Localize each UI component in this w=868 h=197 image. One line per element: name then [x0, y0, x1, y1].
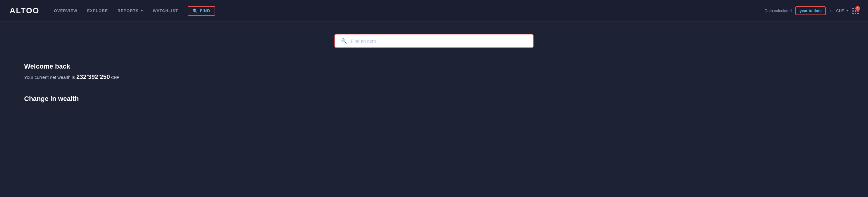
notification-badge: 1 — [855, 6, 860, 11]
nav-item-overview[interactable]: OVERVIEW — [54, 8, 78, 13]
nav-item-explore[interactable]: EXPLORE — [87, 8, 108, 13]
currency-chevron-icon — [846, 10, 849, 11]
change-in-wealth-title: Change in wealth — [24, 95, 844, 103]
welcome-title: Welcome back — [24, 62, 844, 71]
net-wealth-text: Your current net wealth is 232’392’250CH… — [24, 74, 844, 80]
currency-label: CHF — [836, 8, 844, 13]
data-calculated-label: Data calculated — [765, 8, 792, 13]
main-content: 🔍 Welcome back Your current net wealth i… — [0, 22, 868, 115]
search-icon-nav: 🔍 — [192, 8, 198, 13]
navbar: ALTOO OVERVIEW EXPLORE REPORTS WATCHLIST… — [0, 0, 868, 22]
search-container: 🔍 — [24, 34, 844, 48]
chevron-down-icon — [141, 10, 143, 11]
nav-item-watchlist[interactable]: WATCHLIST — [153, 8, 178, 13]
search-box: 🔍 — [334, 34, 534, 48]
nav-item-reports[interactable]: REPORTS — [118, 8, 143, 13]
currency-selector[interactable]: CHF — [836, 8, 849, 13]
year-to-date-badge[interactable]: year to date — [795, 6, 826, 15]
net-wealth-amount: 232’392’250 — [76, 74, 110, 80]
in-label: in — [829, 8, 832, 13]
nav-right: Data calculated year to date in CHF 1 — [765, 6, 858, 15]
welcome-section: Welcome back Your current net wealth is … — [24, 62, 844, 80]
apps-grid-button[interactable]: 1 — [852, 8, 858, 14]
nav-links: OVERVIEW EXPLORE REPORTS WATCHLIST 🔍 FIN… — [54, 6, 765, 16]
change-in-wealth-section: Change in wealth — [24, 95, 844, 103]
net-wealth-currency: CHF — [111, 75, 119, 80]
search-input[interactable] — [351, 38, 527, 44]
logo: ALTOO — [10, 6, 39, 16]
nav-item-find[interactable]: 🔍 FIND — [188, 6, 215, 16]
net-wealth-label: Your current net wealth is — [24, 75, 75, 80]
search-icon: 🔍 — [341, 38, 347, 44]
